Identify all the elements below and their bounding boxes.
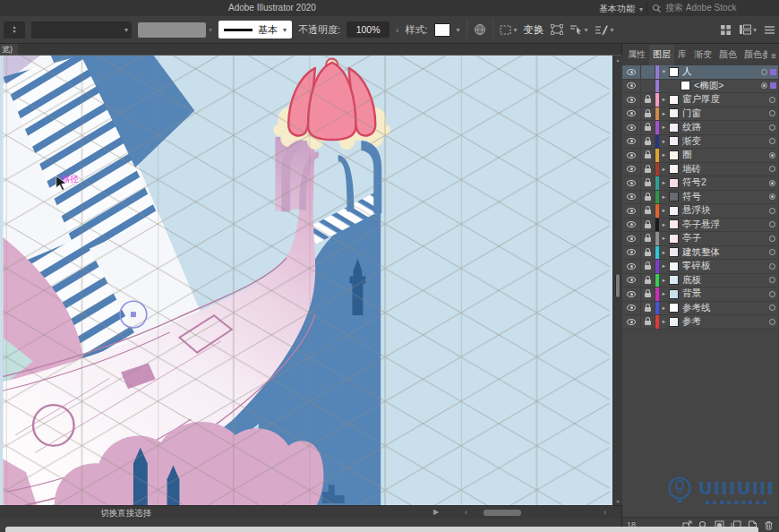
- chevron-down-icon[interactable]: ▾: [209, 26, 212, 34]
- lock-icon[interactable]: [645, 182, 651, 186]
- layer-thumbnail[interactable]: [669, 219, 679, 229]
- layer-thumbnail[interactable]: [669, 108, 679, 118]
- eye-icon[interactable]: [627, 152, 636, 159]
- layer-thumbnail[interactable]: [669, 67, 679, 77]
- eye-icon[interactable]: [627, 249, 636, 255]
- layer-name[interactable]: 窗户厚度: [682, 93, 769, 106]
- visibility-cell[interactable]: [622, 246, 641, 260]
- layer-row[interactable]: ▸亭子: [622, 232, 778, 246]
- visibility-cell[interactable]: [622, 163, 641, 176]
- layer-name[interactable]: 纹路: [682, 121, 769, 133]
- target-circle-icon[interactable]: [769, 166, 775, 172]
- expand-chevron-icon[interactable]: ▸: [659, 138, 669, 145]
- brush-preview-swatch[interactable]: [138, 22, 206, 38]
- target-circle-icon[interactable]: [769, 277, 775, 283]
- lock-icon[interactable]: [645, 126, 651, 131]
- visibility-cell[interactable]: [622, 107, 641, 121]
- lock-icon[interactable]: [645, 99, 651, 103]
- layer-row[interactable]: ▸参考线: [622, 302, 778, 316]
- lock-icon[interactable]: [645, 307, 651, 312]
- layer-row[interactable]: ▸符号: [622, 191, 778, 205]
- layer-row[interactable]: <椭圆>: [622, 80, 778, 94]
- expand-chevron-icon[interactable]: ▸: [659, 221, 669, 228]
- layer-thumbnail[interactable]: [669, 247, 679, 257]
- layer-row[interactable]: ▸建筑整体: [622, 246, 778, 261]
- eye-icon[interactable]: [627, 69, 636, 75]
- target-circle-icon[interactable]: [769, 97, 775, 103]
- lock-icon[interactable]: [645, 141, 651, 145]
- target-circle-icon[interactable]: [769, 193, 775, 200]
- layer-name[interactable]: 墙砖: [682, 163, 769, 176]
- lock-cell[interactable]: [641, 315, 655, 329]
- lock-cell[interactable]: [641, 219, 655, 232]
- layer-name[interactable]: 亭子悬浮: [682, 219, 769, 231]
- layer-row[interactable]: ▸背景: [622, 287, 778, 302]
- expand-chevron-icon[interactable]: ▸: [659, 305, 669, 312]
- layer-row[interactable]: ▸参考: [622, 315, 778, 330]
- expand-chevron-icon[interactable]: ▾: [659, 68, 669, 75]
- eye-icon[interactable]: [627, 138, 636, 144]
- layer-row[interactable]: ▸圈: [622, 149, 778, 163]
- eye-icon[interactable]: [627, 236, 636, 242]
- delete-icon[interactable]: [764, 520, 774, 530]
- eye-icon[interactable]: [627, 305, 636, 311]
- lock-cell[interactable]: [641, 274, 655, 287]
- target-circle-icon[interactable]: [769, 110, 775, 116]
- expand-chevron-icon[interactable]: ▸: [659, 249, 669, 256]
- lock-cell[interactable]: [641, 135, 655, 149]
- eye-icon[interactable]: [627, 193, 636, 200]
- eye-icon[interactable]: [627, 277, 636, 283]
- target-circle-icon[interactable]: [761, 82, 767, 89]
- visibility-cell[interactable]: [622, 149, 641, 162]
- layer-name[interactable]: 参考线: [682, 302, 769, 314]
- lock-cell[interactable]: [641, 163, 655, 176]
- layer-name[interactable]: 底板: [682, 274, 769, 287]
- shaper-tool-icon[interactable]: ▾: [595, 24, 614, 36]
- eye-icon[interactable]: [627, 319, 636, 325]
- layer-row[interactable]: ▾人: [622, 65, 778, 80]
- arrange-documents-icon[interactable]: [720, 24, 732, 36]
- layer-name[interactable]: 亭子: [682, 232, 769, 245]
- panel-tab-颜色[interactable]: 颜色: [715, 45, 740, 65]
- lock-icon[interactable]: [645, 237, 651, 242]
- menu-list-icon[interactable]: [764, 25, 775, 35]
- layer-thumbnail[interactable]: [669, 95, 679, 105]
- lock-icon[interactable]: [645, 265, 651, 270]
- target-circle-icon[interactable]: [769, 291, 775, 297]
- target-circle-icon[interactable]: [769, 305, 775, 311]
- scroll-up-icon[interactable]: ▴: [613, 56, 622, 63]
- eye-icon[interactable]: [627, 82, 636, 89]
- vertical-scrollbar[interactable]: ▴ ▾: [612, 56, 622, 505]
- visibility-cell[interactable]: [622, 121, 641, 134]
- expand-chevron-icon[interactable]: ▸: [659, 262, 669, 270]
- target-circle-icon[interactable]: [769, 124, 775, 131]
- visibility-cell[interactable]: [622, 80, 641, 93]
- target-circle-icon[interactable]: [769, 263, 775, 270]
- layer-name[interactable]: 渐变: [682, 135, 769, 148]
- stock-search-input[interactable]: 搜索 Adobe Stock: [652, 2, 775, 14]
- status-flyout-icon[interactable]: ▶: [433, 508, 439, 516]
- lock-icon[interactable]: [645, 252, 651, 256]
- lock-icon[interactable]: [645, 168, 651, 173]
- lock-cell[interactable]: [641, 302, 655, 315]
- target-circle-icon[interactable]: [769, 319, 775, 325]
- expand-chevron-icon[interactable]: ▸: [659, 110, 669, 117]
- select-similar-icon[interactable]: ▾: [500, 25, 518, 35]
- target-circle-icon[interactable]: [769, 249, 775, 255]
- eye-icon[interactable]: [627, 124, 636, 131]
- scroll-left-icon[interactable]: ‹: [465, 508, 467, 517]
- lock-cell[interactable]: [641, 287, 655, 301]
- visibility-cell[interactable]: [622, 204, 641, 218]
- layer-name[interactable]: 符号: [682, 191, 769, 203]
- visibility-cell[interactable]: [622, 135, 641, 149]
- expand-chevron-icon[interactable]: ▸: [659, 96, 669, 103]
- layer-row[interactable]: ▸符号2: [622, 176, 778, 191]
- target-circle-icon[interactable]: [769, 208, 775, 214]
- target-circle-icon[interactable]: [769, 236, 775, 242]
- layer-row[interactable]: ▸零碎板: [622, 260, 778, 274]
- visibility-cell[interactable]: [622, 176, 641, 190]
- eye-icon[interactable]: [627, 291, 636, 297]
- eye-icon[interactable]: [627, 263, 636, 270]
- vertical-scroll-thumb[interactable]: [615, 273, 621, 298]
- brush-definition-dropdown[interactable]: 基本 ▾: [218, 21, 292, 39]
